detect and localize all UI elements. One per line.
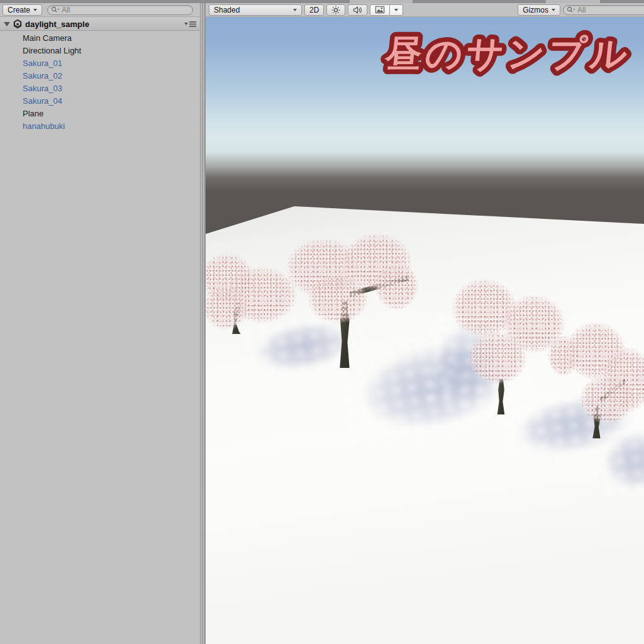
unity-logo-icon [13,19,23,29]
hierarchy-item[interactable]: Directional Light [0,45,200,57]
hierarchy-item[interactable]: Sakura_01 [0,57,200,70]
draw-mode-dropdown[interactable]: Shaded [209,4,302,16]
scene-view-panel: Shaded 2D [206,3,644,644]
search-icon [567,6,575,14]
hierarchy-item[interactable]: Sakura_02 [0,70,200,82]
effects-image-icon [375,6,385,14]
scene-search-input[interactable]: All [563,5,644,15]
hierarchy-item[interactable]: Main Camera [0,32,200,45]
hierarchy-item-label: Sakura_02 [23,71,62,80]
toggle-2d-button[interactable]: 2D [304,4,324,16]
hierarchy-item-label: Sakura_04 [23,96,62,106]
hierarchy-item[interactable]: hanahubuki [0,120,200,133]
overlay-headline-text: 昼のサンプル [382,32,633,75]
2d-label: 2D [309,6,319,14]
gizmos-dropdown[interactable]: Gizmos [518,4,560,16]
hierarchy-item[interactable]: Plane [0,108,200,120]
scene-viewport[interactable]: 昼のサンプル [206,17,644,644]
gizmos-label: Gizmos [523,6,548,14]
chevron-down-icon [184,23,188,25]
search-icon [51,6,60,14]
chevron-down-icon [33,9,37,11]
hierarchy-item-label: Main Camera [23,33,72,43]
create-button[interactable]: Create [3,4,42,16]
scene-header-row[interactable]: daylight_sample [0,18,200,31]
sakura-tree-1-canopy[interactable] [206,277,256,338]
chevron-down-icon [394,9,398,11]
speaker-icon [353,6,362,14]
sakura-tree-4-canopy[interactable] [570,367,643,432]
sun-icon [331,6,340,14]
create-label: Create [8,6,30,14]
hierarchy-list: Main Camera Directional Light Sakura_01 … [0,32,200,133]
hierarchy-search-input[interactable]: All [47,5,193,15]
menu-bars-icon [189,21,196,27]
effects-dropdown[interactable] [389,4,403,16]
scene-toolbar: Shaded 2D [206,3,644,17]
hierarchy-item-label: hanahubuki [23,121,65,131]
scene-audio-toggle[interactable] [348,4,367,16]
sakura-tree-3-canopy[interactable] [458,323,536,393]
search-placeholder: All [62,6,70,14]
effects-toggle[interactable] [370,4,390,16]
chevron-down-icon [552,9,555,11]
search-placeholder: All [577,6,586,14]
scene-name: daylight_sample [25,19,89,29]
context-menu-icon[interactable] [184,21,196,27]
draw-mode-label: Shaded [214,6,240,14]
hierarchy-item-label: Plane [23,109,43,118]
hierarchy-item[interactable]: Sakura_04 [0,95,200,108]
hierarchy-item-label: Sakura_01 [23,58,62,68]
hierarchy-item-label: Directional Light [23,46,81,55]
foldout-arrow-icon[interactable] [4,22,10,26]
sakura-tree-2-canopy[interactable] [368,255,426,318]
hierarchy-item-label: Sakura_03 [23,84,62,93]
hierarchy-item[interactable]: Sakura_03 [0,82,200,95]
scene-lighting-toggle[interactable] [326,4,345,16]
chevron-down-icon [293,9,297,11]
panel-splitter[interactable] [200,3,206,644]
hierarchy-panel: Create All daylight_sample Main Camera [0,3,200,644]
hierarchy-toolbar: Create All [0,3,200,17]
sakura-tree-2-canopy[interactable] [297,266,378,331]
overlay-headline: 昼のサンプル [372,25,644,82]
